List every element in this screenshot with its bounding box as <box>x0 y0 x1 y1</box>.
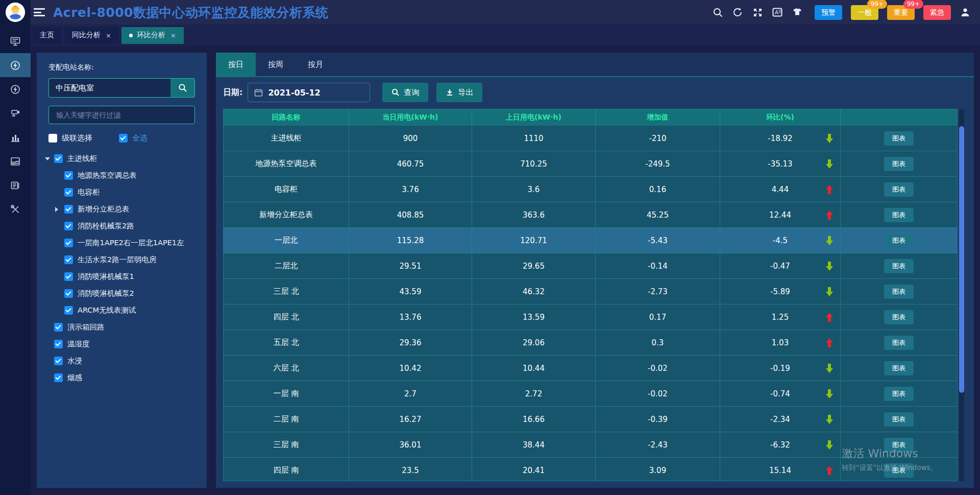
trend-down-icon <box>826 236 833 245</box>
table-row: 一层北115.28120.71-5.43-4.5图表 <box>224 228 957 253</box>
checkbox[interactable] <box>54 373 63 382</box>
checkbox[interactable] <box>64 222 73 230</box>
tree-item-label: 地源热泵空调总表 <box>78 171 137 180</box>
query-button[interactable]: 查询 <box>382 83 428 102</box>
checkbox[interactable] <box>64 188 73 197</box>
tree-item[interactable]: 消防栓机械泵2路 <box>45 218 199 234</box>
table-cell-today: 900 <box>349 126 472 151</box>
tree-item[interactable]: 主进线柜 <box>45 150 199 167</box>
table-row: 四层 南23.520.413.0915.14图表 <box>224 458 957 481</box>
tree-item[interactable]: 烟感 <box>45 369 199 386</box>
alarm-button[interactable]: 紧急 <box>923 5 951 20</box>
chart-button[interactable]: 图表 <box>884 438 914 452</box>
table-cell-name: 一层北 <box>224 228 349 253</box>
period-tab[interactable]: 按日 <box>216 53 256 76</box>
chart-button[interactable]: 图表 <box>884 387 914 401</box>
export-button[interactable]: 导出 <box>436 83 482 102</box>
tree-item[interactable]: 温湿度 <box>45 336 199 352</box>
chevron-right-icon[interactable] <box>55 207 64 212</box>
checkbox[interactable] <box>64 306 73 315</box>
table-cell-chart: 图表 <box>840 330 957 355</box>
select-all-checkbox[interactable] <box>119 134 128 143</box>
translate-icon[interactable]: A文 <box>772 7 783 18</box>
checkbox[interactable] <box>64 205 73 214</box>
table-row: 主进线柜9001110-210-18.92图表 <box>224 126 957 151</box>
power-quality-icon[interactable] <box>0 77 31 101</box>
scrollbar-thumb[interactable] <box>959 126 964 393</box>
system-tools-icon[interactable] <box>0 197 31 221</box>
chart-button[interactable]: 图表 <box>884 259 914 273</box>
chart-button[interactable]: 图表 <box>884 233 914 248</box>
curve-chart-icon[interactable] <box>0 149 31 173</box>
refresh-icon[interactable] <box>732 7 743 18</box>
checkbox[interactable] <box>54 357 63 365</box>
checkbox[interactable] <box>64 171 73 180</box>
tree-item[interactable]: 演示箱回路 <box>45 319 199 336</box>
period-tab[interactable]: 按月 <box>296 53 335 76</box>
video-surveillance-icon[interactable] <box>0 101 31 125</box>
chart-button[interactable]: 图表 <box>884 182 914 197</box>
chart-button[interactable]: 图表 <box>884 131 914 146</box>
chevron-down-shape <box>45 157 50 160</box>
nav-tab[interactable]: 主页 <box>32 27 62 44</box>
tree-item[interactable]: ARCM无线表测试 <box>45 302 199 319</box>
alarm-button[interactable]: 一般99+ <box>851 5 878 20</box>
trend-up-icon <box>826 210 833 220</box>
monitor-dashboard-icon[interactable] <box>0 29 31 53</box>
tree-filter-input[interactable] <box>48 106 195 124</box>
table-scrollbar-track[interactable] <box>959 109 964 482</box>
rail-menu <box>0 29 31 221</box>
table-cell-name: 六层 北 <box>224 356 349 381</box>
table-cell-today: 460.75 <box>349 151 472 176</box>
fullscreen-icon[interactable] <box>752 7 763 18</box>
table-cell-delta: -2.73 <box>595 279 720 304</box>
chart-button[interactable]: 图表 <box>884 157 914 171</box>
tree-item[interactable]: 生活水泵2路一层弱电房 <box>45 251 199 268</box>
user-icon[interactable] <box>960 7 971 18</box>
bar-chart-icon[interactable] <box>0 125 31 149</box>
checkbox[interactable] <box>64 289 73 298</box>
tree-item[interactable]: 水浸 <box>45 352 199 369</box>
checkbox[interactable] <box>54 154 63 163</box>
tree-item[interactable]: 消防喷淋机械泵1 <box>45 268 199 285</box>
chart-button[interactable]: 图表 <box>884 463 914 478</box>
chart-button[interactable]: 图表 <box>884 361 914 375</box>
tree-item[interactable]: 电容柜 <box>45 184 199 201</box>
chevron-down-icon[interactable] <box>45 157 54 160</box>
nav-tab[interactable]: 环比分析× <box>121 27 184 44</box>
station-input[interactable] <box>48 78 170 98</box>
period-tab[interactable]: 按周 <box>256 53 296 76</box>
chart-button[interactable]: 图表 <box>884 208 914 222</box>
tree-item[interactable]: 一层南1APE2右一层北1APE1左 <box>45 234 199 251</box>
query-label: 查询 <box>404 88 419 98</box>
checkbox[interactable] <box>54 323 63 332</box>
alarm-button[interactable]: 预警 <box>815 5 842 20</box>
close-icon[interactable]: × <box>106 32 111 39</box>
theme-icon[interactable] <box>792 7 803 18</box>
search-icon[interactable] <box>712 7 723 18</box>
checkbox[interactable] <box>64 272 73 281</box>
energy-monitor-icon[interactable] <box>0 53 31 77</box>
alarm-button[interactable]: 重要99+ <box>887 5 915 20</box>
date-input[interactable]: 2021-05-12 <box>248 83 370 102</box>
menu-collapse-icon[interactable] <box>33 7 46 18</box>
tree-item[interactable]: 新增分立柜总表 <box>45 201 199 218</box>
chart-button[interactable]: 图表 <box>884 310 914 324</box>
report-icon[interactable] <box>0 173 31 197</box>
tree-item[interactable]: 消防喷淋机械泵2 <box>45 285 199 302</box>
cascade-checkbox[interactable] <box>48 134 57 143</box>
chart-button[interactable]: 图表 <box>884 412 914 427</box>
select-all-label[interactable]: 全选 <box>132 133 148 143</box>
close-icon[interactable]: × <box>170 32 176 39</box>
query-toolbar: 日期: 2021-05-12 查询 导出 <box>223 82 974 103</box>
chart-button[interactable]: 图表 <box>884 336 914 350</box>
checkbox[interactable] <box>54 340 63 348</box>
chart-button[interactable]: 图表 <box>884 285 914 299</box>
table-body: 主进线柜9001110-210-18.92图表地源热泵空调总表460.75710… <box>224 126 957 481</box>
table-cell-today: 29.36 <box>349 330 472 355</box>
checkbox[interactable] <box>64 239 73 247</box>
station-search-button[interactable] <box>170 78 195 98</box>
tree-item[interactable]: 地源热泵空调总表 <box>45 167 199 184</box>
checkbox[interactable] <box>64 255 73 264</box>
nav-tab[interactable]: 同比分析× <box>64 27 119 44</box>
